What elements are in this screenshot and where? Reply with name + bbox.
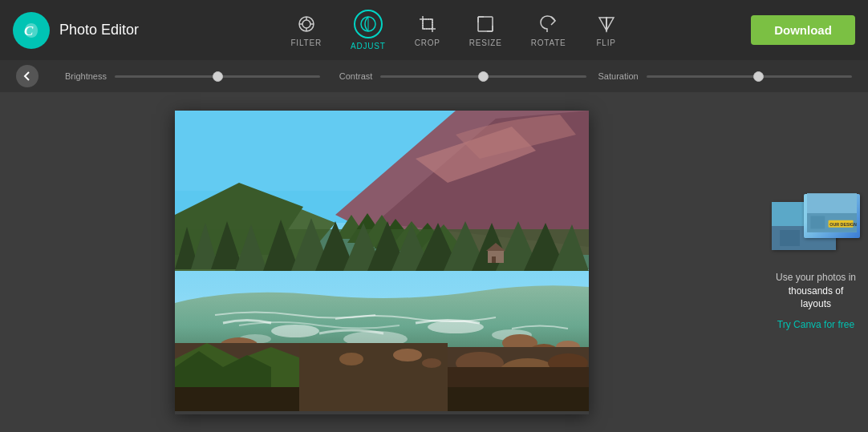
contrast-group: Contrast [320,71,586,81]
svg-rect-47 [492,256,496,263]
canva-logo[interactable]: C [13,12,50,49]
svg-marker-11 [599,18,606,30]
header: C Photo Editor FILTER ADJUST [0,0,868,60]
flip-label: FLIP [596,38,615,47]
adjust-icon [354,10,383,38]
tool-resize[interactable]: RESIZE [455,6,517,54]
promo-images: OUR DESIGNS [772,194,860,258]
promo-highlight: thousands of layouts [789,285,844,310]
brightness-label: Brightness [55,71,107,81]
brightness-group: Brightness [55,71,320,81]
adjust-bar: Brightness Contrast Saturation [0,60,868,92]
canvas-area [0,92,764,432]
resize-label: RESIZE [469,38,502,47]
saturation-slider[interactable] [647,75,852,78]
filter-icon [295,13,318,35]
svg-rect-71 [299,343,448,411]
svg-rect-80 [810,216,825,228]
logo-area: C Photo Editor [13,12,157,49]
svg-point-73 [393,349,422,361]
promo-description: Use your photos in thousands of layouts [773,271,858,311]
promo-panel: OUR DESIGNS Use your photos in thousands… [764,92,868,432]
promo-link[interactable]: Try Canva for free [777,319,854,330]
back-button[interactable] [16,65,39,87]
rotate-label: ROTATE [531,38,566,47]
flip-icon [595,13,618,35]
svg-rect-10 [478,17,493,31]
tool-filter[interactable]: FILTER [276,6,336,54]
brightness-slider[interactable] [115,75,320,78]
svg-text:OUR DESIGNS: OUR DESIGNS [829,222,857,227]
adjust-label: ADJUST [351,42,386,50]
photo-image [175,111,589,411]
sliders-row: Brightness Contrast Saturation [55,71,852,81]
download-button[interactable]: Download [751,15,855,45]
contrast-slider[interactable] [380,75,586,78]
tool-rotate[interactable]: ROTATE [517,6,581,54]
saturation-group: Saturation [586,71,852,81]
resize-icon [474,13,497,35]
crop-icon [416,13,439,35]
filter-label: FILTER [290,38,322,47]
promo-image-front: OUR DESIGNS [804,194,860,238]
tool-flip[interactable]: FLIP [581,6,632,54]
crop-label: CROP [415,38,440,47]
contrast-label: Contrast [320,71,372,81]
main-content: OUR DESIGNS Use your photos in thousands… [0,92,868,432]
svg-text:C: C [24,23,34,38]
app-title: Photo Editor [59,22,139,38]
svg-point-74 [422,358,441,368]
svg-rect-77 [780,230,800,246]
rotate-icon [537,13,560,35]
photo-container [175,111,589,414]
tool-adjust[interactable]: ADJUST [336,3,400,57]
svg-point-2 [302,20,310,28]
svg-rect-9 [423,19,432,29]
svg-marker-12 [606,18,614,30]
svg-point-72 [339,353,363,365]
tool-crop[interactable]: CROP [400,6,455,54]
toolbar: FILTER ADJUST CROP [157,3,751,57]
svg-point-48 [271,325,319,337]
saturation-label: Saturation [586,71,639,81]
